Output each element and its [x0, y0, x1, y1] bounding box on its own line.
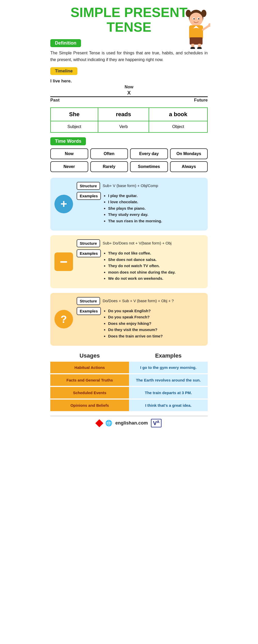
- plus-symbol: +: [54, 195, 73, 213]
- usage-habitual-label: Habitual Actions: [50, 362, 129, 373]
- time-words-badge: Time Words: [50, 137, 86, 145]
- list-item: Does the train arrive on time?: [108, 333, 163, 339]
- usages-section: Usages Examples Habitual Actions I go to…: [50, 350, 208, 411]
- negative-structure-box: − Structure Sub+ Do/Does not + V(base fo…: [50, 235, 208, 288]
- character-illustration: [182, 8, 210, 49]
- list-item: moon does not shine during the day.: [108, 269, 175, 275]
- timeline-line: [50, 96, 208, 97]
- definition-text: The Simple Present Tense is used for thi…: [50, 50, 208, 63]
- positive-structure-label: Structure: [77, 182, 100, 190]
- definition-badge: Definition: [50, 39, 81, 47]
- negative-structure-text: Sub+ Do/Does not + V(base form) + Obj: [103, 239, 172, 246]
- negative-examples-list: They do not like coffee. She does not da…: [103, 249, 175, 282]
- usage-scheduled-label: Scheduled Events: [50, 387, 129, 399]
- footer-site: englishan.com: [115, 420, 148, 426]
- time-words-grid: Now Often Every day On Mondays Never Rar…: [50, 148, 208, 172]
- svg-point-1: [186, 10, 191, 17]
- sentence-table: She reads a book Subject Verb Object: [50, 107, 208, 133]
- sentence-subject: She: [51, 108, 98, 121]
- positive-inner: Structure Sub+ V (base form) + Obj/Comp …: [77, 182, 204, 227]
- usages-header: Usages Examples: [50, 350, 208, 362]
- time-word-rarely: Rarely: [90, 161, 128, 172]
- list-item: We do not work on weekends.: [108, 276, 175, 282]
- live-here-text: I live here.: [50, 79, 208, 84]
- negative-inner: Structure Sub+ Do/Does not + V(base form…: [77, 239, 204, 284]
- past-label: Past: [50, 98, 60, 103]
- list-item: Do you speak English?: [108, 308, 163, 314]
- now-x: X: [50, 90, 208, 96]
- usage-row-3: Scheduled Events The train departs at 3 …: [50, 387, 208, 399]
- svg-point-6: [194, 18, 195, 20]
- diamond-icon: [95, 419, 103, 427]
- list-item: They study every day.: [108, 212, 162, 218]
- svg-point-15: [197, 47, 202, 49]
- svg-point-3: [189, 13, 203, 26]
- list-item: She plays the piano.: [108, 206, 162, 211]
- question-inner: Structure Do/Does + Sub + V (base form) …: [77, 297, 204, 342]
- time-word-mondays: On Mondays: [170, 148, 208, 159]
- timeline-badge: Timeline: [50, 67, 77, 75]
- time-word-always: Always: [170, 161, 208, 172]
- timeline-section: Timeline I live here. Now X Past Future: [50, 67, 208, 103]
- usage-row-4: Opinions and Beliefs I think that's a gr…: [50, 400, 208, 411]
- usage-scheduled-example: The train departs at 3 PM.: [129, 387, 208, 399]
- time-word-often: Often: [90, 148, 128, 159]
- usage-opinions-label: Opinions and Beliefs: [50, 400, 129, 411]
- svg-point-14: [190, 47, 195, 49]
- negative-structure-row: Structure Sub+ Do/Does not + V(base form…: [77, 239, 204, 247]
- list-item: I love chocolate.: [108, 199, 162, 205]
- future-label: Future: [194, 98, 208, 103]
- list-item: She does not dance salsa.: [108, 257, 175, 263]
- sentence-labels-row: Subject Verb Object: [51, 121, 207, 132]
- minus-symbol: −: [54, 252, 73, 271]
- list-item: They do not watch TV often.: [108, 263, 175, 269]
- usage-facts-label: Facts and General Truths: [50, 374, 129, 386]
- svg-point-2: [201, 10, 206, 17]
- question-structure-label: Structure: [77, 297, 100, 305]
- positive-examples-row: Examples I play the guitar. I love choco…: [77, 192, 204, 225]
- sentence-row: She reads a book: [51, 108, 207, 121]
- usage-facts-example: The Earth revolves around the sun.: [129, 374, 208, 386]
- negative-structure-label: Structure: [77, 239, 100, 247]
- positive-structure-row: Structure Sub+ V (base form) + Obj/Comp: [77, 182, 204, 190]
- positive-examples-list: I play the guitar. I love chocolate. She…: [103, 192, 162, 225]
- question-structure-row: Structure Do/Does + Sub + V (base form) …: [77, 297, 204, 305]
- globe-icon: 🌐: [105, 420, 112, 427]
- positive-structure-box: + Structure Sub+ V (base form) + Obj/Com…: [50, 178, 208, 231]
- list-item: Do you speak French?: [108, 314, 163, 320]
- time-word-now: Now: [50, 148, 88, 159]
- usage-opinions-example: I think that's a great idea.: [129, 400, 208, 411]
- list-item: They do not like coffee.: [108, 250, 175, 256]
- list-item: Do they visit the museum?: [108, 327, 163, 333]
- v-mark-icon: VA: [151, 419, 162, 427]
- question-structure-box: ? Structure Do/Does + Sub + V (base form…: [50, 293, 208, 346]
- usage-row-1: Habitual Actions I go to the gym every m…: [50, 362, 208, 373]
- usages-col-header: Usages: [50, 350, 129, 362]
- svg-point-7: [198, 18, 199, 20]
- now-label: Now: [50, 85, 208, 89]
- character-svg: [182, 8, 210, 49]
- sentence-object: a book: [149, 108, 207, 121]
- footer: 🌐 englishan.com VA: [50, 416, 208, 427]
- label-subject: Subject: [51, 121, 98, 132]
- positive-examples-label: Examples: [77, 192, 101, 200]
- time-word-never: Never: [50, 161, 88, 172]
- label-object: Object: [149, 121, 207, 132]
- examples-col-header: Examples: [129, 350, 208, 362]
- usage-row-2: Facts and General Truths The Earth revol…: [50, 374, 208, 386]
- positive-structure-text: Sub+ V (base form) + Obj/Comp: [103, 182, 158, 189]
- list-item: Does she enjoy hiking?: [108, 321, 163, 327]
- question-symbol: ?: [54, 310, 73, 328]
- question-examples-list: Do you speak English? Do you speak Frenc…: [103, 307, 163, 340]
- question-structure-text: Do/Does + Sub + V (base form) + Obj + ?: [103, 297, 174, 304]
- label-verb: Verb: [98, 121, 149, 132]
- negative-examples-row: Examples They do not like coffee. She do…: [77, 249, 204, 282]
- question-examples-label: Examples: [77, 307, 101, 315]
- time-word-everyday: Every day: [130, 148, 168, 159]
- sentence-verb: reads: [98, 108, 149, 121]
- usage-habitual-example: I go to the gym every morning.: [129, 362, 208, 373]
- time-word-sometimes: Sometimes: [130, 161, 168, 172]
- negative-examples-label: Examples: [77, 249, 101, 257]
- list-item: I play the guitar.: [108, 193, 162, 199]
- svg-rect-11: [190, 37, 203, 45]
